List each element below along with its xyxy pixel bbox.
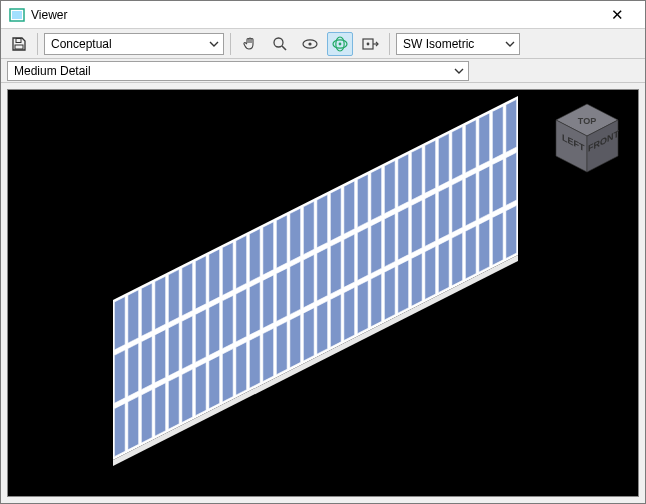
orbit-free-icon — [330, 35, 350, 53]
panel-cell — [236, 289, 247, 342]
svg-point-10 — [339, 42, 342, 45]
panel-cell — [290, 261, 301, 314]
viewer-window: Viewer ✕ Conceptual — [0, 0, 646, 504]
panel-cell — [128, 290, 139, 343]
panel-cell — [425, 246, 436, 299]
orbit-constrained-icon — [300, 35, 320, 53]
panel-cell — [276, 268, 287, 321]
separator — [230, 33, 231, 55]
panel-cell — [438, 239, 449, 292]
panel-cell — [222, 242, 233, 295]
panel-cell — [222, 349, 233, 402]
panel-cell — [506, 205, 517, 258]
panel-cell — [357, 280, 368, 333]
panel-cell — [195, 309, 206, 362]
save-button[interactable] — [7, 32, 31, 56]
viewcube-top-label: TOP — [578, 116, 596, 126]
view-orientation-dropdown[interactable]: SW Isometric — [396, 33, 520, 55]
panel-cell — [479, 113, 490, 166]
orbit-free-tool[interactable] — [327, 32, 353, 56]
save-icon — [11, 36, 27, 52]
panel-cell — [384, 161, 395, 214]
panel-cell — [452, 127, 463, 180]
separator — [37, 33, 38, 55]
panel-cell — [209, 302, 220, 355]
steering-wheel-icon — [360, 35, 380, 53]
panel-cell — [398, 207, 409, 260]
panel-cell — [168, 323, 179, 376]
panel-cell — [438, 133, 449, 186]
panel-cell — [465, 226, 476, 279]
panel-cell — [344, 234, 355, 287]
panel-cell — [195, 362, 206, 415]
steering-wheel-tool[interactable] — [357, 32, 383, 56]
svg-point-7 — [308, 42, 311, 45]
panel-cell — [249, 229, 260, 282]
panel-cell — [303, 255, 314, 308]
viewport-container: TOP LEFT FRONT — [1, 83, 645, 503]
panel-cell — [411, 200, 422, 253]
detail-bar: Medium Detail — [1, 59, 645, 83]
chevron-down-icon — [203, 39, 219, 49]
panel-cell — [182, 316, 193, 369]
panel-cell — [344, 181, 355, 234]
panel-cell — [114, 297, 125, 350]
panel-cell — [114, 403, 125, 456]
window-title: Viewer — [31, 8, 597, 22]
panel-cell — [317, 301, 328, 354]
detail-level-value: Medium Detail — [14, 64, 91, 78]
panel-cell — [425, 140, 436, 193]
zoom-tool[interactable] — [267, 32, 293, 56]
chevron-down-icon — [448, 66, 464, 76]
panel-cell — [371, 167, 382, 220]
panel-cell — [182, 263, 193, 316]
panel-cell — [411, 147, 422, 200]
panel-cell — [236, 235, 247, 288]
pan-icon — [241, 35, 259, 53]
panel-cell — [344, 287, 355, 340]
panel-cell — [290, 314, 301, 367]
toolbar: Conceptual — [1, 29, 645, 59]
panel-cell — [263, 328, 274, 381]
panel-cell — [384, 214, 395, 267]
svg-rect-3 — [15, 45, 23, 49]
panel-cell — [479, 166, 490, 219]
panel-cell — [492, 159, 503, 212]
panel-cell — [222, 295, 233, 348]
panel-cell — [141, 390, 152, 443]
panel-cell — [452, 233, 463, 286]
close-button[interactable]: ✕ — [597, 6, 637, 24]
panel-cell — [236, 342, 247, 395]
panel-cell — [452, 180, 463, 233]
panel-cell — [411, 253, 422, 306]
solar-panel-model — [8, 90, 638, 497]
panel-cell — [168, 376, 179, 429]
panel-cell — [398, 154, 409, 207]
panel-cell — [479, 219, 490, 272]
panel-cell — [492, 106, 503, 159]
visual-style-dropdown[interactable]: Conceptual — [44, 33, 224, 55]
panel-cell — [492, 212, 503, 265]
panel-cell — [128, 396, 139, 449]
panel-cell — [155, 383, 166, 436]
zoom-icon — [271, 35, 289, 53]
separator — [389, 33, 390, 55]
panel-cell — [303, 308, 314, 361]
pan-tool[interactable] — [237, 32, 263, 56]
panel-cell — [141, 283, 152, 336]
detail-level-dropdown[interactable]: Medium Detail — [7, 61, 469, 81]
viewport-3d[interactable]: TOP LEFT FRONT — [7, 89, 639, 497]
panel-cell — [438, 186, 449, 239]
viewcube[interactable]: TOP LEFT FRONT — [548, 100, 626, 180]
panel-cell — [141, 336, 152, 389]
svg-rect-2 — [16, 38, 21, 42]
app-icon — [9, 7, 25, 23]
panel-cell — [155, 329, 166, 382]
svg-point-4 — [274, 38, 283, 47]
panel-cell — [209, 249, 220, 302]
panel-cell — [276, 215, 287, 268]
panel-cell — [182, 369, 193, 422]
panel-cell — [425, 193, 436, 246]
orbit-constrained-tool[interactable] — [297, 32, 323, 56]
panel-cell — [371, 274, 382, 327]
